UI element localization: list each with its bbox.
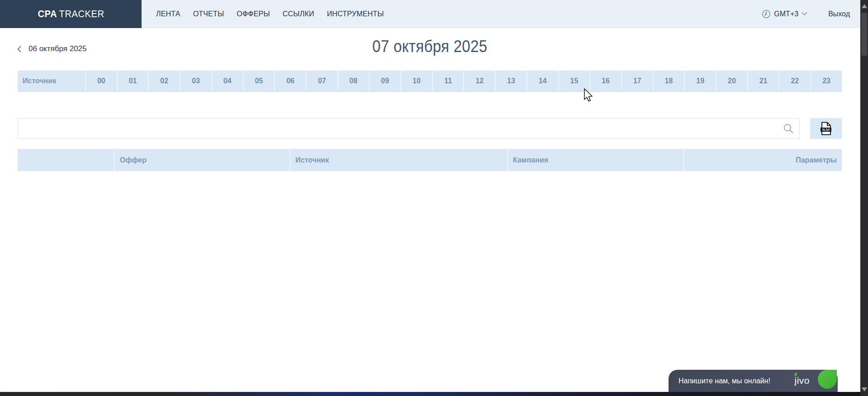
clock-icon — [762, 10, 771, 19]
nav-item[interactable]: ОФФЕРЫ — [237, 10, 270, 18]
nav-item[interactable]: ИНСТРУМЕНТЫ — [327, 10, 384, 18]
hours-source-header: Источник — [18, 71, 85, 91]
chat-widget[interactable]: Напишите нам, мы онлайн! jivo — [669, 370, 838, 392]
hour-column-header[interactable]: 07 — [306, 71, 337, 91]
scrollbar-thumb[interactable] — [861, 13, 867, 56]
hour-column-header[interactable]: 23 — [810, 71, 842, 91]
hour-column-header[interactable]: 22 — [778, 71, 810, 91]
hour-column-header[interactable]: 14 — [526, 71, 558, 91]
prev-day-link[interactable]: 06 октября 2025 — [17, 44, 86, 53]
chevron-down-icon — [802, 12, 807, 16]
app-logo-text: CPATRACKER — [38, 8, 104, 20]
xlsx-file-icon: XLSX — [820, 122, 832, 135]
hour-column-header[interactable]: 15 — [558, 71, 590, 91]
table-header-campaign: Кампания — [507, 149, 683, 171]
search-input[interactable] — [18, 118, 800, 139]
hour-column-header[interactable]: 17 — [621, 71, 653, 91]
hour-column-header[interactable]: 08 — [337, 71, 369, 91]
page-title: 07 октября 2025 — [372, 37, 487, 56]
hour-column-header[interactable]: 12 — [463, 71, 495, 91]
hour-column-header[interactable]: 20 — [716, 71, 747, 91]
table-header-offer: Оффер — [114, 149, 289, 171]
hour-column-header[interactable]: 04 — [211, 71, 243, 91]
hour-column-header[interactable]: 05 — [243, 71, 275, 91]
vertical-scrollbar[interactable] — [860, 0, 868, 396]
search-icon[interactable] — [783, 123, 794, 134]
nav-item[interactable]: ССЫЛКИ — [283, 10, 314, 18]
hour-column-header[interactable]: 18 — [653, 71, 684, 91]
chat-leaf-icon — [818, 370, 837, 389]
search-box — [18, 118, 800, 139]
scrollbar-up-arrow[interactable] — [862, 4, 867, 8]
hour-column-header[interactable]: 10 — [400, 71, 432, 91]
hour-column-header[interactable]: 03 — [180, 71, 211, 91]
app-logo[interactable]: CPATRACKER — [0, 0, 142, 28]
results-table-header: Оффер Источник Кампания Параметры — [18, 149, 842, 171]
timezone-label: GMT+3 — [774, 10, 798, 18]
page-bottom-strip — [0, 392, 860, 396]
prev-day-label: 06 октября 2025 — [28, 44, 86, 53]
search-row: XLSX — [18, 118, 842, 139]
hour-column-header[interactable]: 02 — [148, 71, 180, 91]
svg-text:XLSX: XLSX — [822, 128, 830, 131]
hour-column-header[interactable]: 09 — [369, 71, 400, 91]
topbar-right: GMT+3 Выход — [762, 0, 850, 28]
hour-column-header[interactable]: 01 — [117, 71, 148, 91]
logout-link[interactable]: Выход — [828, 10, 850, 18]
nav-item[interactable]: ЛЕНТА — [156, 10, 180, 18]
table-header-empty — [18, 149, 114, 171]
scrollbar-down-arrow[interactable] — [862, 387, 867, 391]
chat-message: Напишите нам, мы онлайн! — [669, 377, 770, 385]
jivo-logo: jivo — [794, 375, 810, 386]
hour-column-header[interactable]: 21 — [747, 71, 779, 91]
hour-column-header[interactable]: 00 — [85, 71, 117, 91]
hour-column-header[interactable]: 13 — [495, 71, 526, 91]
table-header-parameters: Параметры — [683, 149, 842, 171]
hour-column-header[interactable]: 06 — [274, 71, 306, 91]
hour-column-header[interactable]: 11 — [432, 71, 464, 91]
hour-column-header[interactable]: 16 — [589, 71, 621, 91]
chevron-left-icon — [17, 46, 21, 52]
main-nav: ЛЕНТА ОТЧЕТЫ ОФФЕРЫ ССЫЛКИ ИНСТРУМЕНТЫ — [156, 0, 384, 28]
export-xlsx-button[interactable]: XLSX — [810, 118, 842, 139]
page-title-wrap: 07 октября 2025 — [18, 37, 842, 56]
hour-column-header[interactable]: 19 — [684, 71, 716, 91]
top-bar: CPATRACKER ЛЕНТА ОТЧЕТЫ ОФФЕРЫ ССЫЛКИ ИН… — [0, 0, 868, 28]
timezone-selector[interactable]: GMT+3 — [762, 10, 807, 19]
nav-item[interactable]: ОТЧЕТЫ — [193, 10, 224, 18]
table-header-source: Источник — [289, 149, 507, 171]
hours-header-bar: Источник 00 01 02 03 04 05 06 07 08 09 1… — [18, 71, 842, 92]
